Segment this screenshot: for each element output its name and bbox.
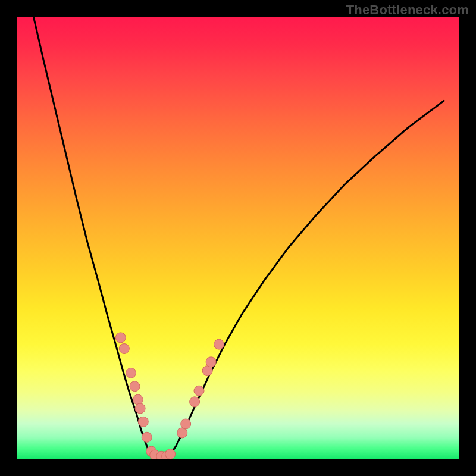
bottleneck-curve <box>33 17 444 458</box>
curve-layer <box>33 17 444 458</box>
watermark-text: TheBottleneck.com <box>346 2 469 18</box>
data-point-marker <box>142 432 152 442</box>
data-point-marker <box>115 333 126 343</box>
chart-svg <box>17 17 459 459</box>
data-point-marker <box>165 449 176 459</box>
data-point-marker <box>126 368 136 378</box>
data-point-marker <box>130 381 140 392</box>
data-point-marker <box>194 386 204 396</box>
data-point-marker <box>119 344 129 354</box>
chart-frame: TheBottleneck.com <box>0 0 476 476</box>
data-point-marker <box>138 416 148 427</box>
data-point-marker <box>133 394 143 405</box>
data-point-marker <box>206 357 216 367</box>
data-point-marker <box>190 397 200 407</box>
marker-layer <box>115 333 224 459</box>
data-point-marker <box>135 403 145 414</box>
data-point-marker <box>181 419 191 429</box>
data-point-marker <box>214 339 224 349</box>
plot-area <box>17 17 459 459</box>
